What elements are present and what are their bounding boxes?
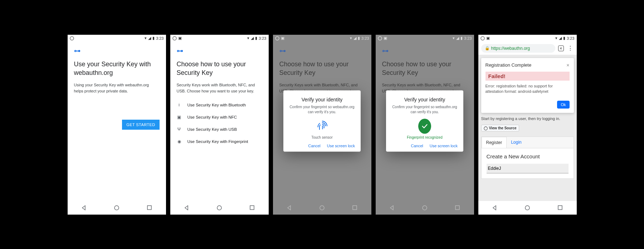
option-fingerprint[interactable]: ◉ Use Security Key with Fingerprint: [177, 135, 262, 148]
recents-button[interactable]: [249, 205, 255, 211]
github-icon: ◯: [484, 126, 488, 130]
fingerprint-icon: [316, 120, 328, 133]
bluetooth-icon: ᚼ: [177, 102, 182, 107]
android-navbar: [376, 201, 474, 215]
cancel-button[interactable]: Cancel: [411, 144, 423, 148]
svg-point-2: [217, 206, 221, 210]
signal-icon: ◢: [559, 36, 562, 40]
dialog-title: Verify your identity: [289, 97, 355, 102]
checkmark-icon: [418, 120, 431, 133]
clock: 3:23: [567, 36, 574, 40]
screen-3: ▣ ▾ ◢ ▮ 3:23 ⊶ Choose how to use your Se…: [273, 35, 371, 215]
status-bar: ▣ ▾ ◢ ▮ 3:23: [478, 35, 577, 42]
tab-register[interactable]: Register: [482, 137, 507, 148]
get-started-button[interactable]: GET STARTED: [122, 120, 159, 130]
page-title: Choose how to use your Security Key: [177, 60, 262, 77]
wifi-icon: ▾: [247, 36, 249, 40]
chrome-icon: [378, 36, 382, 40]
option-usb[interactable]: Ψ Use Security Key with USB: [177, 123, 262, 135]
view-source-button[interactable]: ◯ View the Source: [481, 125, 519, 131]
option-label: Use Security Key with NFC: [187, 115, 237, 119]
svg-rect-5: [353, 206, 357, 210]
use-screen-lock-button[interactable]: Use screen lock: [430, 144, 458, 148]
key-icon: ⊶: [74, 47, 160, 55]
screen-1: ▾ ◢ ▮ 3:23 ⊶ Use your Security Key with …: [68, 35, 166, 215]
svg-point-6: [423, 206, 427, 210]
svg-rect-7: [455, 206, 459, 210]
svg-point-8: [525, 206, 530, 210]
tabs-button[interactable]: 4: [558, 46, 564, 51]
battery-icon: ▮: [255, 36, 257, 40]
key-icon: ⊶: [177, 47, 262, 55]
clock: 3:23: [361, 36, 369, 40]
page-title: Use your Security Key with webauthn.org: [74, 60, 160, 77]
svg-point-4: [320, 206, 324, 210]
screen-4: ▣ ▾ ◢ ▮ 3:23 ⊶ Choose how to use your Se…: [376, 35, 474, 215]
back-button[interactable]: [184, 205, 189, 211]
alert-failed: Failed!: [486, 72, 570, 81]
use-screen-lock-button[interactable]: Use screen lock: [327, 144, 355, 148]
wifi-icon: ▾: [555, 36, 557, 40]
ok-button[interactable]: Ok: [557, 101, 569, 109]
fingerprint-icon: ◉: [177, 139, 182, 144]
page-title: Choose how to use your Security Key: [279, 60, 365, 77]
url-field[interactable]: 🔒 https://webauthn.org: [481, 44, 555, 53]
svg-rect-9: [558, 206, 562, 210]
back-button[interactable]: [389, 205, 395, 211]
cancel-button[interactable]: Cancel: [308, 144, 320, 148]
option-bluetooth[interactable]: ᚼ Use Security Key with Bluetooth: [177, 99, 262, 111]
hint-text: Start by registering a user, then try lo…: [481, 116, 574, 121]
dialog-subtitle: Confirm your fingerprint so webauthn.org…: [392, 105, 458, 115]
status-message: Touch sensor: [289, 135, 355, 139]
home-button[interactable]: [525, 205, 530, 211]
status-bar: ▣ ▾ ◢ ▮ 3:23: [170, 35, 269, 42]
wifi-icon: ▾: [453, 36, 455, 40]
registration-card: Registration Complete × Failed! Error: r…: [481, 58, 574, 113]
svg-point-0: [114, 206, 119, 210]
android-navbar: [478, 201, 577, 215]
svg-rect-1: [147, 206, 151, 210]
signal-icon: ◢: [251, 36, 254, 40]
signal-icon: ◢: [456, 36, 459, 40]
chrome-icon: [172, 36, 177, 40]
usb-icon: Ψ: [177, 127, 182, 132]
home-button[interactable]: [422, 205, 428, 211]
clock: 3:23: [464, 36, 472, 40]
chrome-icon: [480, 36, 485, 40]
status-message: Fingerprint recognized: [392, 135, 458, 139]
tab-login[interactable]: Login: [507, 137, 526, 148]
picture-icon: ▣: [384, 36, 387, 40]
android-navbar: [273, 201, 371, 215]
screen-5: ▣ ▾ ◢ ▮ 3:23 🔒 https://webauthn.org 4 ⋮ …: [478, 35, 577, 215]
signal-icon: ◢: [148, 36, 151, 40]
page-title: Choose how to use your Security Key: [382, 60, 468, 77]
wifi-icon: ▾: [145, 36, 147, 40]
key-icon: ⊶: [279, 47, 365, 55]
recents-button[interactable]: [147, 205, 152, 211]
home-button[interactable]: [114, 205, 119, 211]
verify-identity-dialog: Verify your identity Confirm your finger…: [283, 90, 361, 152]
close-icon[interactable]: ×: [566, 62, 569, 68]
battery-icon: ▮: [152, 36, 155, 40]
nfc-icon: ▣: [177, 115, 182, 120]
dialog-subtitle: Confirm your fingerprint so webauthn.org…: [289, 105, 355, 115]
home-button[interactable]: [319, 205, 325, 211]
recents-button[interactable]: [557, 205, 563, 211]
home-button[interactable]: [216, 205, 222, 211]
picture-icon: ▣: [281, 36, 284, 40]
menu-button[interactable]: ⋮: [567, 45, 574, 52]
wifi-icon: ▾: [350, 36, 352, 40]
recents-button[interactable]: [352, 205, 358, 211]
signal-icon: ◢: [353, 36, 356, 40]
auth-form: Register Login Create a New Account: [481, 137, 574, 179]
option-nfc[interactable]: ▣ Use Security Key with NFC: [177, 111, 262, 123]
recents-button[interactable]: [455, 205, 460, 211]
url-text: https://webauthn.org: [491, 46, 530, 51]
svg-rect-3: [250, 206, 254, 210]
form-title: Create a New Account: [487, 153, 569, 159]
back-button[interactable]: [492, 205, 497, 211]
card-title: Registration Complete: [486, 62, 532, 68]
back-button[interactable]: [81, 205, 87, 211]
username-field[interactable]: [487, 164, 569, 173]
back-button[interactable]: [286, 205, 292, 211]
